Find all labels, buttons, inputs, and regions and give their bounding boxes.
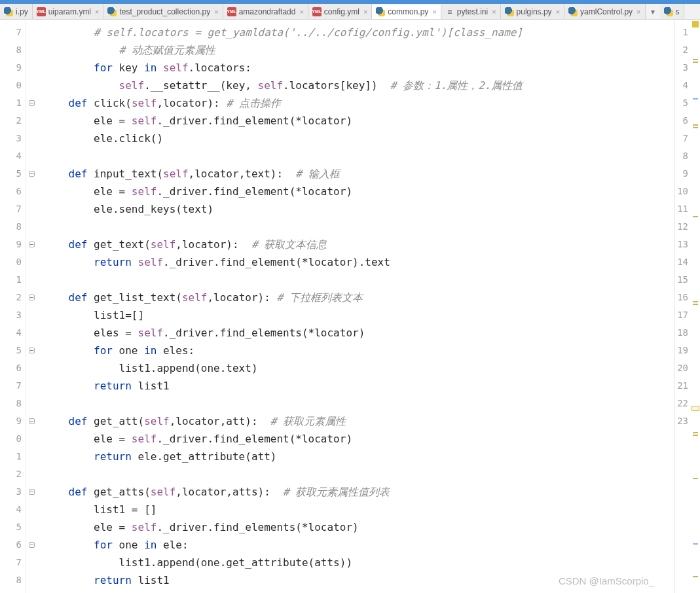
code-line[interactable] — [43, 465, 700, 483]
code-line[interactable] — [43, 218, 700, 236]
minimap[interactable] — [691, 20, 700, 593]
line-number: 0 — [0, 77, 26, 94]
code-line[interactable]: return self._driver.find_element(*locato… — [43, 253, 700, 271]
code-line[interactable]: # self.locators = get_yamldata('../../co… — [43, 24, 700, 41]
line-number: 1 — [0, 448, 26, 465]
fold-toggle[interactable] — [29, 489, 35, 495]
code-line[interactable]: eles = self._driver.find_elements(*locat… — [43, 324, 700, 342]
fold-toggle[interactable] — [29, 171, 35, 177]
tab-amazondraftadd[interactable]: YMLamazondraftadd× — [223, 4, 308, 19]
line-number: 22 — [674, 395, 691, 412]
tab-pytest-ini[interactable]: ≡pytest.ini× — [441, 4, 501, 19]
tabs-dropdown[interactable]: ▾ — [646, 7, 660, 16]
close-icon[interactable]: × — [492, 8, 496, 16]
fold-toggle[interactable] — [29, 418, 35, 424]
line-number: 1 — [0, 271, 26, 289]
code-line[interactable]: ele.click() — [43, 130, 700, 147]
line-number: 5 — [0, 342, 26, 359]
line-number: 8 — [0, 41, 26, 59]
tab-overflow[interactable]: s — [660, 4, 684, 19]
code-line[interactable]: def input_text(self,locator,text): # 输入框 — [43, 165, 700, 183]
fold-toggle[interactable] — [29, 100, 35, 106]
line-number: 3 — [0, 130, 26, 147]
code-line[interactable]: list1=[] — [43, 306, 700, 324]
yaml-icon: YML — [312, 7, 322, 16]
code-line[interactable]: ele = self._driver.find_element(*locator… — [43, 183, 700, 200]
code-line[interactable] — [43, 147, 700, 165]
python-icon — [568, 7, 578, 16]
line-number: 5 — [0, 165, 26, 183]
tab-config-yml[interactable]: YMLconfig.yml× — [308, 4, 372, 19]
tab-label: test_product_collection.py — [119, 7, 210, 16]
line-number: 15 — [674, 271, 691, 289]
line-number: 3 — [0, 306, 26, 324]
line-number: 11 — [674, 200, 691, 218]
code-line[interactable]: ele = self._driver.find_elements(*locato… — [43, 518, 700, 536]
close-icon[interactable]: × — [214, 8, 218, 16]
close-icon[interactable]: × — [432, 8, 436, 16]
tab-pulgins-py[interactable]: pulgins.py× — [501, 4, 564, 19]
python-icon — [107, 7, 117, 16]
line-number: 8 — [674, 147, 691, 165]
line-number: 7 — [0, 554, 26, 571]
line-number: 9 — [674, 165, 691, 183]
close-icon[interactable]: × — [95, 8, 99, 16]
line-number: 4 — [0, 501, 26, 518]
code-line[interactable]: self.__setattr__(key, self.locators[key]… — [43, 77, 700, 94]
code-line[interactable]: return list1 — [43, 377, 700, 395]
close-icon[interactable]: × — [556, 8, 560, 16]
line-number: 2 — [0, 112, 26, 130]
line-number: 23 — [674, 412, 691, 430]
close-icon[interactable]: × — [363, 8, 367, 16]
line-number: 3 — [674, 59, 691, 77]
line-number: 9 — [0, 59, 26, 77]
tab-common-py[interactable]: common.py× — [372, 5, 441, 20]
fold-toggle[interactable] — [29, 348, 35, 353]
line-number: 7 — [0, 24, 26, 41]
fold-toggle[interactable] — [29, 542, 35, 548]
line-number: 4 — [674, 77, 691, 94]
code-line[interactable]: ele = self._driver.find_element(*locator… — [43, 112, 700, 130]
tab-label: i.py — [16, 7, 28, 16]
code-line[interactable]: def get_att(self,locator,att): # 获取元素属性 — [43, 412, 700, 430]
code-content[interactable]: # self.locators = get_yamldata('../../co… — [37, 20, 700, 593]
code-line[interactable]: for one in eles: — [43, 342, 700, 359]
code-line[interactable]: list1.append(one.get_attribute(atts)) — [43, 554, 700, 571]
code-line[interactable]: # 动态赋值元素属性 — [43, 41, 700, 59]
code-line[interactable] — [43, 395, 700, 412]
warning-icon[interactable] — [692, 21, 699, 27]
tab-test-product-collection-py[interactable]: test_product_collection.py× — [103, 4, 223, 19]
line-number: 2 — [0, 465, 26, 483]
tab-label: pytest.ini — [457, 7, 488, 16]
tab-uiparam-yml[interactable]: YMLuiparam.yml× — [33, 4, 104, 19]
line-gutter-right: 1234567891011121314151617181920212223 — [674, 20, 691, 593]
code-line[interactable]: ele.send_keys(text) — [43, 200, 700, 218]
tab-i-py[interactable]: i.py — [0, 4, 33, 19]
fold-column — [26, 20, 37, 593]
line-number: 12 — [674, 218, 691, 236]
code-line[interactable]: list1 = [] — [43, 501, 700, 518]
fold-toggle[interactable] — [29, 242, 35, 247]
minimap-viewport[interactable] — [691, 406, 699, 411]
line-number: 9 — [0, 412, 26, 430]
code-line[interactable]: def click(self,locator): # 点击操作 — [43, 94, 700, 112]
code-line[interactable]: list1.append(one.text) — [43, 359, 700, 377]
line-number: 7 — [674, 130, 691, 147]
code-line[interactable]: return ele.get_attribute(att) — [43, 448, 700, 465]
code-line[interactable]: def get_list_text(self,locator): # 下拉框列表… — [43, 289, 700, 306]
yaml-icon: YML — [227, 7, 236, 16]
code-line[interactable]: for key in self.locators: — [43, 59, 700, 77]
close-icon[interactable]: × — [299, 8, 303, 16]
line-number: 7 — [0, 200, 26, 218]
code-line[interactable]: def get_atts(self,locator,atts): # 获取元素属… — [43, 483, 700, 501]
line-number: 1 — [0, 94, 26, 112]
code-line[interactable] — [43, 271, 700, 289]
close-icon[interactable]: × — [636, 8, 640, 16]
code-line[interactable]: for one in ele: — [43, 536, 700, 554]
code-line[interactable]: ele = self._driver.find_element(*locator… — [43, 430, 700, 448]
line-number: 20 — [674, 359, 691, 377]
tab-yamlcontrol-py[interactable]: yamlControl.py× — [564, 4, 645, 19]
line-number: 14 — [674, 253, 691, 271]
fold-toggle[interactable] — [29, 295, 35, 300]
code-line[interactable]: def get_text(self,locator): # 获取文本信息 — [43, 236, 700, 253]
